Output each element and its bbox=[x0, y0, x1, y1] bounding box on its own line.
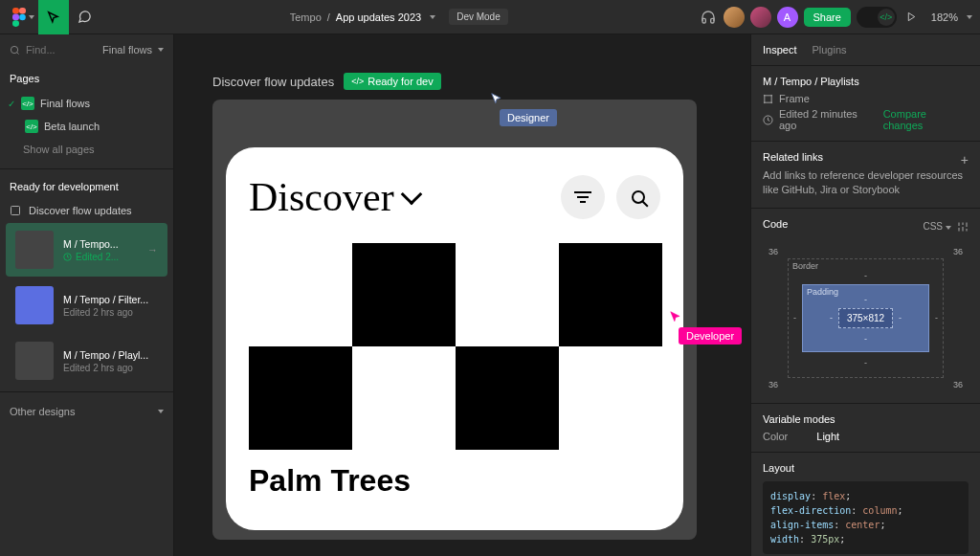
palm-trees-title: Palm Trees bbox=[249, 463, 660, 499]
figma-menu-button[interactable] bbox=[8, 0, 38, 34]
topbar-right: A Share </> 182% bbox=[699, 7, 973, 28]
filter-button bbox=[561, 175, 605, 219]
code-header: Code bbox=[763, 218, 788, 230]
thumb-item-2[interactable]: M / Tempo / Filter... Edited 2 hrs ago bbox=[6, 278, 167, 332]
thumbnail bbox=[15, 231, 54, 269]
frame-label-row: Discover flow updates </> Ready for dev bbox=[212, 73, 712, 90]
thumb-sub: Edited 2... bbox=[63, 252, 119, 262]
comment-tool-button[interactable] bbox=[69, 0, 100, 34]
frame-icon bbox=[763, 94, 773, 104]
page-label: Beta launch bbox=[44, 121, 100, 132]
svg-point-3 bbox=[19, 13, 26, 20]
code-icon: </> bbox=[878, 9, 895, 26]
thumb-title: M / Tempo / Playl... bbox=[63, 349, 148, 361]
thumb-item-3[interactable]: M / Tempo / Playl... Edited 2 hrs ago bbox=[6, 334, 167, 388]
selection-section: M / Tempo / Playlists Frame Edited 2 min… bbox=[751, 66, 980, 142]
var-header: Variable modes bbox=[763, 413, 969, 425]
ready-pill-label: Ready for dev bbox=[368, 76, 433, 87]
artboard[interactable]: Discover Palm Trees bbox=[212, 100, 697, 540]
ready-for-dev-pill[interactable]: </> Ready for dev bbox=[344, 73, 441, 90]
bm-border-label: Border bbox=[792, 261, 818, 271]
headphones-icon[interactable] bbox=[699, 8, 718, 27]
selection-breadcrumb[interactable]: M / Tempo / Playlists bbox=[763, 76, 969, 87]
device-frame: Discover Palm Trees bbox=[226, 147, 683, 530]
find-row: Final flows bbox=[0, 34, 173, 65]
page-item-final-flows[interactable]: ✓ </> Final flows bbox=[0, 92, 173, 115]
search-button bbox=[616, 175, 660, 219]
code-icon: </> bbox=[351, 77, 364, 86]
right-panel: Inspect Plugins M / Tempo / Playlists Fr… bbox=[750, 34, 980, 556]
section-icon bbox=[10, 205, 21, 216]
dev-mode-pill[interactable]: Dev Mode bbox=[449, 9, 508, 25]
clock-icon bbox=[63, 253, 72, 261]
css-code[interactable]: display: flex; flex-direction: column; a… bbox=[763, 481, 969, 554]
add-link-button[interactable]: + bbox=[961, 152, 969, 167]
css-dropdown[interactable]: CSS bbox=[923, 221, 951, 232]
zoom-level[interactable]: 182% bbox=[931, 11, 958, 23]
edited-label: Edited 2 minutes ago bbox=[779, 108, 878, 131]
thumb-item-1[interactable]: M / Tempo... Edited 2... → bbox=[6, 223, 167, 277]
bm-margin-value: 36 bbox=[953, 380, 963, 389]
album-art bbox=[249, 243, 662, 450]
frame-type: Frame bbox=[779, 93, 810, 104]
dev-badge-icon: </> bbox=[25, 120, 38, 133]
thumb-title: M / Tempo / Filter... bbox=[63, 294, 148, 305]
canvas[interactable]: Discover flow updates </> Ready for dev … bbox=[174, 34, 750, 556]
thumb-title: M / Tempo... bbox=[63, 238, 119, 250]
page-item-beta-launch[interactable]: </> Beta launch bbox=[0, 115, 173, 138]
topbar-left bbox=[8, 0, 100, 34]
related-desc: Add links to reference developer resourc… bbox=[763, 168, 969, 198]
ready-item-discover[interactable]: Discover flow updates bbox=[0, 200, 173, 221]
device-title: Discover bbox=[249, 174, 549, 220]
final-flows-dropdown[interactable]: Final flows bbox=[102, 44, 164, 56]
chevron-down-icon bbox=[400, 184, 422, 206]
svg-rect-4 bbox=[12, 20, 19, 27]
bm-margin-value: 36 bbox=[953, 247, 963, 256]
file-dropdown-icon[interactable] bbox=[430, 15, 435, 19]
svg-marker-5 bbox=[909, 12, 915, 20]
svg-rect-0 bbox=[12, 8, 19, 14]
bm-padding-label: Padding bbox=[807, 287, 838, 297]
svg-rect-2 bbox=[12, 13, 19, 20]
svg-rect-7 bbox=[11, 207, 20, 215]
filter-icon bbox=[574, 191, 591, 203]
thumb-sub: Edited 2 hrs ago bbox=[63, 363, 148, 373]
tab-inspect[interactable]: Inspect bbox=[763, 44, 796, 56]
other-designs-label: Other designs bbox=[10, 406, 75, 417]
bm-margin-value: 36 bbox=[768, 247, 778, 256]
dev-mode-toggle[interactable]: </> bbox=[857, 7, 897, 28]
move-tool-button[interactable] bbox=[38, 0, 69, 34]
other-designs-row[interactable]: Other designs bbox=[0, 396, 173, 427]
thumb-sub: Edited 2 hrs ago bbox=[63, 307, 148, 318]
search-icon bbox=[632, 190, 645, 204]
zoom-dropdown-icon[interactable] bbox=[967, 15, 972, 19]
search-icon bbox=[10, 45, 20, 56]
file-name[interactable]: App updates 2023 bbox=[336, 11, 421, 23]
avatar-user-2[interactable] bbox=[750, 7, 771, 28]
svg-point-6 bbox=[11, 46, 17, 53]
ready-header: Ready for development bbox=[0, 173, 173, 200]
thumbnail bbox=[15, 342, 54, 380]
share-button[interactable]: Share bbox=[804, 8, 851, 27]
avatar-user-1[interactable] bbox=[724, 7, 745, 28]
avatar-self[interactable]: A bbox=[777, 7, 798, 28]
clock-icon bbox=[763, 115, 773, 125]
show-all-pages[interactable]: Show all pages bbox=[0, 138, 173, 165]
box-model[interactable]: 36 36 36 36 Border - - Padding - - 375×8… bbox=[768, 247, 963, 389]
var-color-label: Color bbox=[763, 431, 788, 442]
frame-label[interactable]: Discover flow updates bbox=[212, 75, 334, 89]
layout-header: Layout bbox=[763, 462, 969, 474]
project-name[interactable]: Tempo bbox=[290, 11, 322, 23]
tab-plugins[interactable]: Plugins bbox=[812, 44, 846, 56]
play-icon[interactable] bbox=[902, 8, 922, 27]
check-icon: ✓ bbox=[8, 99, 15, 109]
pages-header: Pages bbox=[0, 65, 173, 92]
bm-margin-value: 36 bbox=[768, 380, 778, 389]
chevron-down-icon bbox=[158, 410, 164, 413]
var-light-value[interactable]: Light bbox=[816, 431, 839, 442]
find-input[interactable] bbox=[26, 44, 83, 56]
settings-icon[interactable] bbox=[957, 221, 969, 233]
ready-label: Discover flow updates bbox=[29, 205, 132, 216]
chevron-down-icon bbox=[158, 48, 164, 52]
compare-changes-link[interactable]: Compare changes bbox=[883, 108, 969, 131]
